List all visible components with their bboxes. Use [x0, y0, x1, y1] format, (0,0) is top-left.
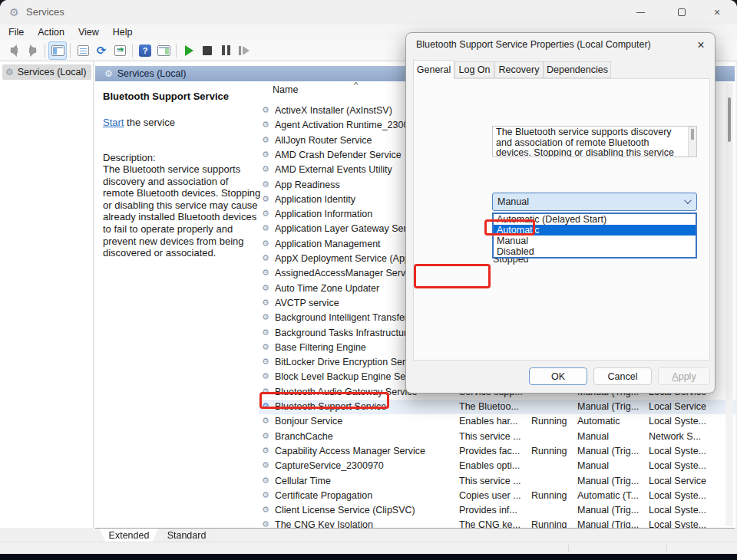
- services-app-icon: ⚙: [9, 6, 19, 18]
- service-log-on-as: Local Syste...: [649, 416, 729, 427]
- show-action-pane-button[interactable]: [154, 41, 173, 60]
- service-description: Provides fac...: [459, 446, 528, 456]
- dropdown-option[interactable]: Disabled: [494, 246, 696, 257]
- toolbar-separator: [45, 44, 45, 58]
- table-row[interactable]: ⚙ Bluetooth Support Service The Bluetoo.…: [259, 400, 735, 414]
- help-button[interactable]: ?: [136, 41, 154, 60]
- table-row[interactable]: ⚙ Bonjour Service Enables har... Running…: [259, 414, 735, 429]
- back-button[interactable]: [5, 41, 23, 60]
- properties-button[interactable]: [74, 41, 92, 60]
- table-row[interactable]: ⚙ Certificate Propagation Copies user ..…: [259, 489, 735, 503]
- dialog-description-text: The Bluetooth service supports discovery…: [493, 127, 696, 157]
- show-console-tree-button[interactable]: [48, 41, 67, 60]
- minimize-icon: [636, 12, 645, 13]
- services-header-icon: ⚙: [104, 68, 113, 79]
- title-bar: ⚙ Services ×: [0, 0, 737, 25]
- service-log-on-as: Local Service: [649, 401, 729, 412]
- service-name: Bluetooth Support Service: [275, 401, 597, 412]
- window-title: Services: [26, 6, 64, 18]
- apply-button[interactable]: Apply: [658, 367, 710, 385]
- service-startup-type: Manual: [577, 431, 646, 442]
- service-status: Running: [531, 519, 573, 528]
- restart-service-button[interactable]: [235, 41, 253, 60]
- pause-service-button[interactable]: [216, 41, 235, 60]
- service-gear-icon: ⚙: [262, 254, 269, 262]
- list-scrollbar[interactable]: [725, 83, 733, 526]
- service-gear-icon: ⚙: [262, 328, 269, 337]
- service-gear-icon: ⚙: [262, 417, 269, 425]
- service-gear-icon: ⚙: [262, 491, 269, 499]
- service-gear-icon: ⚙: [262, 120, 269, 129]
- cancel-button[interactable]: Cancel: [593, 367, 652, 385]
- dropdown-option[interactable]: Automatic: [494, 225, 696, 236]
- minimize-button[interactable]: [623, 0, 657, 25]
- table-row[interactable]: ⚙ Client License Service (ClipSVC) Provi…: [259, 503, 735, 518]
- tab-standard[interactable]: Standard: [160, 529, 213, 542]
- menu-view[interactable]: View: [71, 27, 106, 38]
- start-service-button[interactable]: [180, 41, 198, 60]
- service-gear-icon: ⚙: [262, 446, 269, 455]
- dialog-close-button[interactable]: ×: [692, 38, 710, 53]
- tab-extended[interactable]: Extended: [100, 529, 158, 542]
- service-gear-icon: ⚙: [262, 372, 269, 380]
- service-startup-type: Manual (Trig...: [577, 519, 646, 528]
- forward-button[interactable]: [23, 41, 41, 60]
- list-scrollbar-thumb[interactable]: [728, 97, 731, 142]
- tree-item-services-local[interactable]: ⚙ Services (Local): [2, 64, 91, 80]
- tab-dependencies[interactable]: Dependencies: [544, 61, 611, 78]
- toolbar-separator: [132, 44, 133, 58]
- menu-help[interactable]: Help: [106, 27, 140, 38]
- table-row[interactable]: ⚙ The CNG Key Isolation The CNG ke... Ru…: [259, 518, 735, 528]
- dialog-description-box[interactable]: The Bluetooth service supports discovery…: [492, 126, 697, 157]
- service-name: Client License Service (ClipSVC): [275, 505, 597, 516]
- menu-action[interactable]: Action: [31, 27, 71, 38]
- extended-description-pane: Bluetooth Support Service Start the serv…: [95, 81, 259, 528]
- toolbar-separator: [70, 44, 71, 58]
- tab-log-on[interactable]: Log On: [454, 61, 494, 78]
- menu-file[interactable]: File: [2, 27, 31, 38]
- service-gear-icon: ⚙: [262, 209, 269, 218]
- close-button[interactable]: ×: [700, 0, 734, 25]
- refresh-button[interactable]: ⟳: [92, 41, 111, 60]
- dropdown-option[interactable]: Automatic (Delayed Start): [494, 214, 696, 225]
- services-node-icon: ⚙: [5, 67, 14, 77]
- ok-button[interactable]: OK: [529, 367, 587, 385]
- service-description: The CNG ke...: [459, 519, 528, 528]
- service-gear-icon: ⚙: [262, 402, 269, 410]
- startup-type-combobox[interactable]: Manual: [492, 193, 697, 211]
- service-startup-type: Manual (Trig...: [577, 505, 646, 516]
- start-service-link[interactable]: Start: [103, 117, 124, 128]
- service-gear-icon: ⚙: [262, 476, 269, 485]
- service-gear-icon: ⚙: [262, 165, 269, 173]
- service-description: Enables opti...: [459, 460, 528, 471]
- tab-recovery[interactable]: Recovery: [494, 61, 544, 78]
- description-scrollbar-thumb[interactable]: [691, 129, 694, 140]
- table-row[interactable]: ⚙ Cellular Time This service ... Manual …: [259, 474, 735, 489]
- properties-icon: [78, 45, 89, 56]
- table-row[interactable]: ⚙ BranchCache This service ... Manual Ne…: [259, 430, 735, 444]
- combobox-value: Manual: [497, 196, 529, 207]
- service-startup-type: Automatic (T...: [577, 490, 646, 501]
- service-startup-type: Manual (Trig...: [577, 476, 646, 486]
- description-scrollbar[interactable]: [688, 127, 696, 156]
- description-label: Description:: [103, 152, 156, 163]
- service-gear-icon: ⚙: [262, 136, 269, 144]
- table-row[interactable]: ⚙ Capability Access Manager Service Prov…: [259, 444, 735, 459]
- service-gear-icon: ⚙: [262, 432, 269, 440]
- service-gear-icon: ⚙: [262, 224, 269, 232]
- dropdown-option[interactable]: Manual: [494, 236, 696, 246]
- tab-general[interactable]: General: [413, 60, 454, 79]
- service-gear-icon: ⚙: [262, 357, 269, 366]
- description-text: The Bluetooth service supports discovery…: [103, 163, 261, 259]
- table-row[interactable]: ⚙ CaptureService_2300970 Enables opti...…: [259, 459, 735, 473]
- stop-service-button[interactable]: [198, 41, 216, 60]
- maximize-button[interactable]: [665, 0, 699, 25]
- startup-type-dropdown: Automatic (Delayed Start)AutomaticManual…: [492, 212, 697, 259]
- service-name: CaptureService_2300970: [275, 460, 597, 471]
- refresh-icon: ⟳: [97, 44, 107, 56]
- export-list-button[interactable]: ➜: [111, 41, 129, 60]
- console-tree-icon: [51, 45, 64, 56]
- service-description: Provides inf...: [459, 505, 528, 516]
- service-name: Cellular Time: [275, 476, 597, 486]
- service-log-on-as: Local Syste...: [649, 505, 729, 516]
